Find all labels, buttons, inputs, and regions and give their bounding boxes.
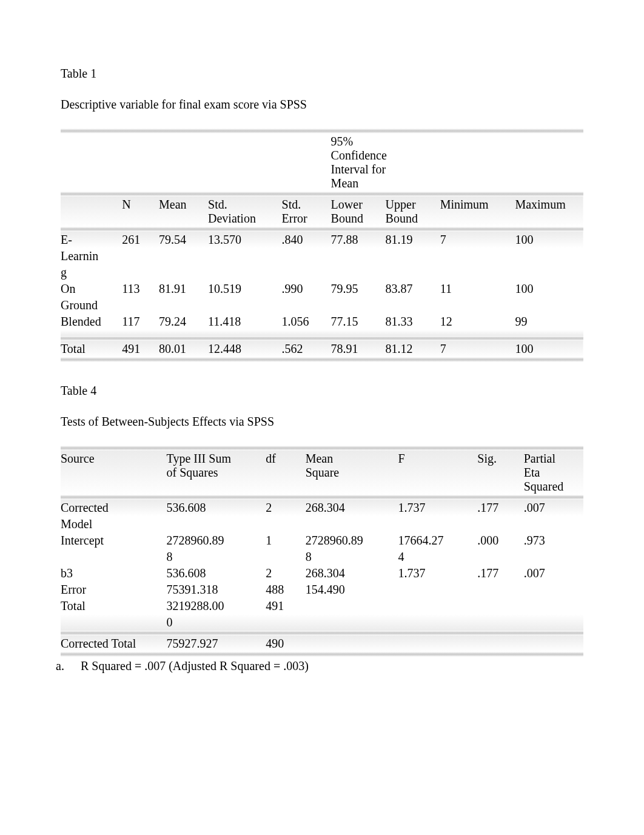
cell-sd: 13.570: [208, 232, 282, 248]
cell-n: 117: [122, 314, 159, 330]
cell-f: 1.737: [398, 565, 477, 582]
table-row: Corrected 536.608 2 268.304 1.737 .177 .…: [61, 500, 583, 516]
cell-df: 490: [266, 635, 305, 652]
rowlabel: On: [61, 281, 122, 297]
rowlabel: Learnin: [61, 248, 122, 264]
table-row: 8 8 4: [61, 549, 583, 565]
table4-title: Table 4: [61, 384, 583, 398]
col-source: Source: [61, 451, 167, 495]
cell-min: 11: [440, 281, 515, 297]
cell-ms: 268.304: [306, 500, 398, 516]
cell-n: 113: [122, 281, 159, 297]
cell-ub: 83.87: [386, 281, 440, 297]
cell-ub: 81.19: [386, 232, 440, 248]
ci-header-line: Mean: [331, 176, 437, 190]
col-ms: Mean Square: [306, 451, 398, 495]
cell-source: Intercept: [61, 532, 167, 549]
table4-footnote: a. R Squared = .007 (Adjusted R Squared …: [61, 659, 583, 673]
cell-ms: 268.304: [306, 565, 398, 582]
cell-pes: .007: [524, 565, 583, 582]
cell-sig: .000: [477, 532, 523, 549]
table-row: Blended 117 79.24 11.418 1.056 77.15 81.…: [61, 314, 583, 330]
cell-lb: 77.88: [331, 232, 386, 248]
cell-source: Total: [61, 598, 167, 614]
cell-ms: 2728960.89: [306, 532, 398, 549]
cell-max: 100: [515, 341, 583, 357]
table-row: Learnin: [61, 248, 583, 264]
cell-n: 261: [122, 232, 159, 248]
table1-title: Table 1: [61, 67, 583, 81]
cell-sig: .177: [477, 565, 523, 582]
rowlabel: Blended: [61, 314, 122, 330]
cell-df: 491: [266, 598, 305, 614]
cell-source: b3: [61, 565, 167, 582]
cell-sd: 10.519: [208, 281, 282, 297]
col-sig: Sig.: [477, 451, 523, 495]
col-ss: Type III Sum of Squares: [167, 451, 266, 495]
rowlabel: Total: [61, 341, 122, 357]
table1-block: Table 1 Descriptive variable for final e…: [61, 67, 583, 362]
cell-se: .562: [282, 341, 331, 357]
cell-se: .990: [282, 281, 331, 297]
cell-source: Corrected Total: [61, 635, 167, 652]
cell-min: 7: [440, 232, 515, 248]
col-mean: Mean: [159, 196, 208, 227]
table4: Source Type III Sum of Squares df Mean S…: [61, 446, 583, 657]
cell-f: 4: [398, 549, 477, 565]
table4-caption: Tests of Between-Subjects Effects via SP…: [61, 415, 583, 429]
table1-caption: Descriptive variable for final exam scor…: [61, 98, 583, 112]
cell-ss: 8: [167, 549, 266, 565]
cell-se: 1.056: [282, 314, 331, 330]
table-row: Error 75391.318 488 154.490: [61, 582, 583, 598]
table4-header-row: Source Type III Sum of Squares df Mean S…: [61, 451, 583, 495]
cell-min: 7: [440, 341, 515, 357]
cell-max: 100: [515, 232, 583, 248]
rowlabel: E-: [61, 232, 122, 248]
cell-ub: 81.12: [386, 341, 440, 357]
cell-ss: 3219288.00: [167, 598, 266, 614]
ci-header-line: Interval for: [331, 163, 437, 176]
table-row: E- 261 79.54 13.570 .840 77.88 81.19 7 1…: [61, 232, 583, 248]
table-row: b3 536.608 2 268.304 1.737 .177 .007: [61, 565, 583, 582]
ci-header-line: Confidence: [331, 149, 437, 163]
cell-ss: 536.608: [167, 500, 266, 516]
table4-block: Table 4 Tests of Between-Subjects Effect…: [61, 384, 583, 673]
col-blank: [61, 196, 122, 227]
col-df: df: [266, 451, 305, 495]
cell-ss: 536.608: [167, 565, 266, 582]
table-row: Model: [61, 516, 583, 532]
cell-lb: 79.95: [331, 281, 386, 297]
cell-source: Model: [61, 516, 167, 532]
cell-ss: 75391.318: [167, 582, 266, 598]
cell-sig: .177: [477, 500, 523, 516]
cell-df: 2: [266, 565, 305, 582]
cell-f: 17664.27: [398, 532, 477, 549]
table-row: Intercept 2728960.89 1 2728960.89 17664.…: [61, 532, 583, 549]
cell-source: Error: [61, 582, 167, 598]
table1-total-row: Total 491 80.01 12.448 .562 78.91 81.12 …: [61, 341, 583, 357]
table-row: Ground: [61, 297, 583, 314]
cell-n: 491: [122, 341, 159, 357]
table4-corrected-total-row: Corrected Total 75927.927 490: [61, 635, 583, 652]
cell-mean: 79.54: [159, 232, 208, 248]
col-n: N: [122, 196, 159, 227]
cell-sd: 11.418: [208, 314, 282, 330]
col-min: Minimum: [440, 196, 515, 227]
table-row: g: [61, 264, 583, 281]
cell-mean: 81.91: [159, 281, 208, 297]
rowlabel: Ground: [61, 297, 122, 314]
cell-df: 2: [266, 500, 305, 516]
cell-ms: 8: [306, 549, 398, 565]
col-lb: Lower Bound: [331, 196, 386, 227]
col-se: Std. Error: [282, 196, 331, 227]
cell-ub: 81.33: [386, 314, 440, 330]
col-ub: Upper Bound: [386, 196, 440, 227]
rowlabel: g: [61, 264, 122, 281]
cell-ss: 2728960.89: [167, 532, 266, 549]
cell-df: 1: [266, 532, 305, 549]
cell-ms: 154.490: [306, 582, 398, 598]
col-sd: Std. Deviation: [208, 196, 282, 227]
document-page: Table 1 Descriptive variable for final e…: [0, 0, 644, 743]
cell-ss: 75927.927: [167, 635, 266, 652]
cell-f: 1.737: [398, 500, 477, 516]
